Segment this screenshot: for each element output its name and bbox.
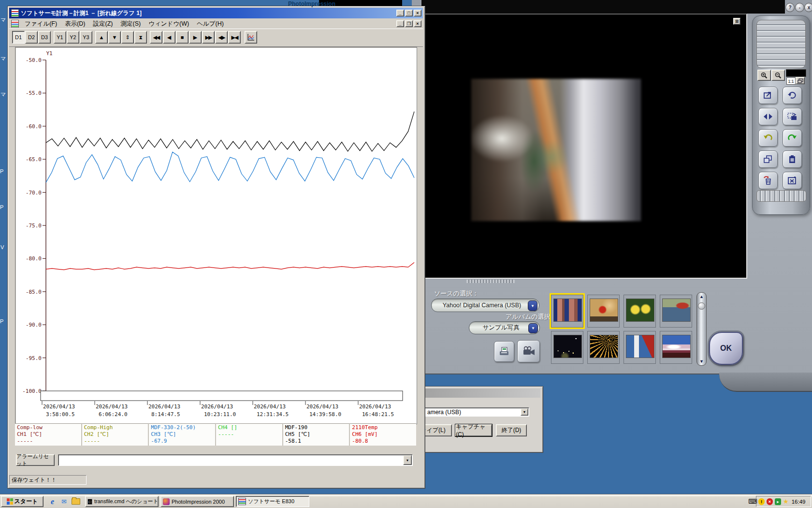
taskbar-item-photoimpression[interactable]: PhotoImpression 2000 [160,496,234,507]
toolbar-d3[interactable]: D3 [38,31,51,44]
help-button[interactable]: ? [785,3,795,12]
step-back-button[interactable]: ◀ [163,31,175,44]
svg-text:10:23:11.0: 10:23:11.0 [204,411,236,418]
graph-settings-button[interactable] [245,31,257,44]
resize-grip[interactable] [415,477,422,483]
acquire-scan-button[interactable] [494,341,514,362]
menu-window[interactable]: ウィンドウ(W) [145,19,193,29]
compress-vertical-button[interactable]: ⧗ [134,31,147,44]
toolbar-y2[interactable]: Y2 [67,31,79,44]
minimize-button[interactable]: _ [396,10,404,16]
thumbnail-image[interactable] [662,335,691,358]
thumbnail[interactable] [551,331,583,364]
scrollbar-thumb[interactable] [698,302,705,310]
taskbar-item-softthermo[interactable]: ソフトサーモ E830 [236,496,309,507]
taskbar-item-transfile[interactable]: C: transfile.cmd へのショート... [85,496,159,507]
ie-icon[interactable]: e [47,496,58,507]
thumbnail-image[interactable] [553,335,582,358]
capture-video-button[interactable] [517,340,540,362]
delete-button[interactable] [758,172,778,189]
menu-file[interactable]: ファイル(F) [21,19,61,29]
thumbnail[interactable] [587,295,620,328]
chevron-down-icon[interactable]: ▼ [403,455,412,465]
resize-button[interactable] [758,87,778,104]
undo-button[interactable] [758,129,778,147]
skip-back-button[interactable]: ◀◀ [150,31,162,44]
thumbnail-image[interactable] [590,335,618,358]
menu-help[interactable]: ヘルプ(H) [193,19,228,29]
mdi-close-button[interactable]: × [414,20,421,27]
copy-button[interactable] [758,150,778,168]
exit-button[interactable]: 終了(D) [496,424,527,436]
skip-forward-button[interactable]: ▶▶ [202,31,215,44]
toolbar-y1[interactable]: Y1 [54,31,66,44]
thumbnail-image[interactable] [662,299,691,322]
thumbnail[interactable] [660,295,692,328]
compress-horizontal-button[interactable]: ▶◀ [228,31,241,44]
toolbar-y3[interactable]: Y3 [80,31,92,44]
capture-button[interactable]: キャプチャ(C) [455,424,492,436]
folder-icon[interactable] [71,496,81,507]
redo-button[interactable] [783,129,802,147]
close-image-icon[interactable]: ⊠ [733,18,740,25]
close-button[interactable]: × [414,10,421,16]
mdi-minimize-button[interactable]: _ [396,20,404,27]
expand-vertical-button[interactable]: ⇕ [121,31,134,44]
thumbnail[interactable] [660,331,692,364]
close-button[interactable]: x [804,3,812,12]
zoom-out-button[interactable] [771,70,785,81]
ok-button[interactable]: OK [709,332,743,365]
chevron-down-icon[interactable]: ▼ [528,300,537,311]
thumbnail-image[interactable] [626,299,654,322]
menu-settings[interactable]: 設定(Z) [89,19,117,29]
palette-footer-handle[interactable] [756,190,806,202]
step-forward-button[interactable]: ▶ [189,31,202,44]
thumbnail-scrollbar[interactable]: ▲ ▼ [696,292,707,366]
message-combobox[interactable]: ▼ [58,454,413,466]
scroll-down-button[interactable]: ▼ [108,31,121,44]
thumbnail-selected[interactable] [551,295,583,328]
thumbnail-image[interactable] [553,299,582,322]
chevron-down-icon[interactable]: ▼ [528,323,538,333]
mirror-icon [763,112,773,121]
toolbar-d2[interactable]: D2 [25,31,38,44]
minimize-button[interactable]: - [795,3,804,12]
thumbnail[interactable] [624,331,656,364]
maximize-button[interactable]: □ [405,10,413,16]
zoom-in-button[interactable] [757,70,771,81]
mail-icon[interactable]: ✉ [59,496,69,507]
mdi-child-icon[interactable] [11,20,19,28]
expand-horizontal-button[interactable]: ◀▶ [215,31,228,44]
close-image-button[interactable] [783,172,802,189]
start-button[interactable]: スタート [1,496,44,507]
titlebar[interactable]: ソフトサーモ計測－計測1 － [折れ線グラフ 1] _ □ × [9,8,423,18]
stop-button[interactable]: ■ [176,31,188,44]
toolbar-d1[interactable]: D1 [12,31,25,44]
rotate-button[interactable] [783,87,802,104]
menu-view[interactable]: 表示(D) [61,19,89,29]
updates-icon[interactable]: ▸ [775,498,781,505]
thumbnail-image[interactable] [590,299,618,322]
actual-size-button[interactable]: 1:1 [786,77,796,85]
paste-button[interactable] [783,150,802,168]
menu-measure[interactable]: 測定(S) [116,19,145,29]
source-select-dropdown[interactable]: Yahoo! Digital Camera (USB) ▼ [431,299,539,312]
alarm-reset-button[interactable]: アラームリセット [16,454,55,466]
security-warning-icon[interactable]: ! [758,498,765,505]
security-alert-icon[interactable]: × [767,498,773,505]
star-icon[interactable]: ★ [783,498,789,505]
scroll-up-button[interactable]: ▲ [95,31,108,44]
channel-table: Comp-lowCH1 [℃]----- Comp-HighCH2 [℃]---… [15,423,416,446]
album-select-dropdown[interactable]: サンプル写真 ▼ [469,321,540,334]
scroll-down-icon[interactable]: ▼ [697,359,706,364]
mirror-button[interactable] [758,108,778,125]
thumbnail[interactable] [587,331,620,364]
palette-handle[interactable] [756,20,806,68]
crop-rotate-button[interactable] [783,108,802,125]
thumbnail[interactable] [624,295,656,328]
scroll-up-icon[interactable]: ▲ [697,294,706,299]
thumbnail-image[interactable] [626,335,654,358]
fit-window-button[interactable] [796,77,805,84]
mdi-restore-button[interactable]: ❐ [405,20,413,27]
chevron-down-icon[interactable]: ▼ [521,408,528,416]
